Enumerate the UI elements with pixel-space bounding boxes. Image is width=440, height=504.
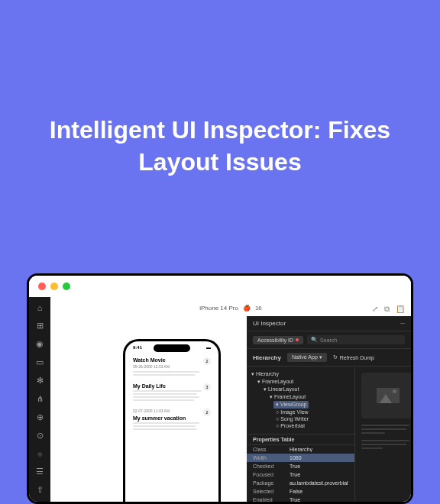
text-placeholder: [133, 393, 197, 395]
phone-frame: 9:41 ▬ 2 Watch Movie 09-26-2000 12:03 AM: [123, 339, 221, 504]
text-placeholder: [133, 396, 199, 398]
note-list: 2 Watch Movie 09-26-2000 12:03 AM 3 My D…: [125, 351, 218, 444]
close-icon[interactable]: ─: [400, 320, 405, 327]
phone-time: 9:41: [133, 345, 142, 350]
note-badge: 2: [203, 357, 211, 365]
inspector-search-row: Accessibility ID 🔍 Search: [247, 331, 411, 349]
home-icon[interactable]: ⌂: [37, 303, 43, 312]
note-title: My summer vacation: [133, 415, 211, 421]
inspector-content: ▾ Hierarchy ▾ FrameLayout ▾ LinearLayout…: [247, 367, 411, 504]
settings-icon[interactable]: ⊕: [37, 412, 44, 422]
clipboard-icon[interactable]: 📋: [396, 305, 405, 314]
text-placeholder: [361, 444, 407, 445]
properties-title: Properties Table: [247, 434, 354, 445]
property-row[interactable]: EnabledTrue: [247, 496, 354, 504]
top-toolbar: ⤢ ⧉ 📋: [372, 305, 405, 314]
text-placeholder: [133, 399, 194, 401]
tree-node[interactable]: ▾ FrameLayout: [251, 378, 350, 386]
property-row-selected[interactable]: Width1080: [247, 454, 354, 462]
text-placeholder: [133, 374, 196, 376]
text-placeholder: [361, 428, 407, 430]
accessibility-dropdown[interactable]: Accessibility ID: [253, 336, 303, 344]
device-model: iPhone 14 Pro: [199, 305, 238, 312]
expand-icon[interactable]: ⤢: [372, 305, 378, 314]
device-info: iPhone 14 Pro 🍎 16: [199, 305, 262, 312]
note-date: 09-26-2000 12:03 AM: [133, 364, 211, 369]
note-badge: 3: [203, 383, 211, 391]
property-row[interactable]: CheckedTrue: [247, 462, 354, 470]
note-title: My Daily Life: [133, 383, 211, 389]
tree-node[interactable]: ▾ FrameLayout: [251, 393, 350, 401]
inspector-header: UI Inspector ─: [247, 316, 411, 331]
camera-icon[interactable]: ◉: [36, 339, 44, 349]
hierarchy-tree: ▾ Hierarchy ▾ FrameLayout ▾ LinearLayout…: [247, 367, 355, 504]
note-item[interactable]: 3 My Daily Life: [133, 383, 211, 401]
property-row[interactable]: SelectedFalse: [247, 487, 354, 496]
note-badge: 2: [203, 409, 211, 416]
inspector-panel: UI Inspector ─ Accessibility ID 🔍 Search…: [247, 316, 411, 504]
network-icon[interactable]: ⋔: [37, 394, 44, 404]
minimize-window-button[interactable]: [50, 283, 58, 290]
sidebar: ⌂ ⊞ ◉ ▭ ✻ ⋔ ⊕ ⊙ ⟐ ☰ ⇧ ▯ ⚙: [29, 297, 50, 502]
note-item[interactable]: 02-07-2000 11:03 AM 2 My summer vacation: [133, 409, 211, 430]
text-placeholder: [133, 425, 196, 427]
text-placeholder: [361, 432, 386, 434]
native-app-dropdown[interactable]: Native App ▾: [287, 353, 327, 362]
properties-table: ClassHierarchy Width1080 CheckedTrue Foc…: [247, 445, 354, 504]
tree-node[interactable]: ▾ LinearLayout: [251, 386, 350, 393]
tree-node[interactable]: ○ Song Writer: [251, 415, 350, 422]
tree-node-selected[interactable]: ▾ ViewGroup: [273, 401, 309, 409]
property-row[interactable]: FocusedTrue: [247, 470, 354, 479]
copy-icon[interactable]: ⧉: [384, 305, 390, 314]
text-placeholder: [361, 440, 409, 441]
close-window-button[interactable]: [38, 283, 46, 290]
inspector-tabs: Hierarchy Native App ▾ ↻ Refresh Dump: [247, 349, 411, 367]
grid-icon[interactable]: ⊞: [37, 321, 44, 331]
signal-icon[interactable]: ⟐: [37, 449, 43, 458]
main-area: iPhone 14 Pro 🍎 16 ⤢ ⧉ 📋 9:41 ▬: [50, 297, 411, 502]
property-row[interactable]: ClassHierarchy: [247, 445, 354, 454]
text-placeholder: [133, 422, 199, 424]
text-placeholder: [133, 371, 199, 373]
apple-icon: 🍎: [243, 305, 251, 312]
refresh-button[interactable]: ↻ Refresh Dump: [333, 354, 374, 360]
window-titlebar: [29, 276, 411, 297]
bug-icon[interactable]: ✻: [37, 376, 44, 386]
inspector-title: UI Inspector: [253, 320, 286, 327]
maximize-window-button[interactable]: [63, 283, 70, 290]
hierarchy-tab[interactable]: Hierarchy: [253, 354, 281, 361]
preview-pane: [355, 367, 413, 504]
text-placeholder: [361, 425, 409, 426]
property-row[interactable]: Packageau.lambdatest.proverbial: [247, 479, 354, 487]
search-input[interactable]: 🔍 Search: [307, 335, 405, 344]
text-placeholder: [361, 447, 383, 449]
tree-node[interactable]: ○ Proverbial: [251, 422, 350, 429]
tree-node[interactable]: ▾ Hierarchy: [251, 370, 350, 378]
note-item[interactable]: 2 Watch Movie 09-26-2000 12:03 AM: [133, 357, 211, 376]
search-icon: 🔍: [311, 337, 318, 343]
phone-status-icons: ▬: [206, 345, 211, 350]
hero-title: Intelligent UI Inspector: Fixes Layout I…: [0, 0, 440, 178]
video-icon[interactable]: ▭: [36, 357, 44, 367]
app-window: ⌂ ⊞ ◉ ▭ ✻ ⋔ ⊕ ⊙ ⟐ ☰ ⇧ ▯ ⚙ iPhone 14 Pro …: [27, 273, 413, 504]
image-placeholder-icon: [377, 388, 400, 403]
phone-screen[interactable]: 9:41 ▬ 2 Watch Movie 09-26-2000 12:03 AM: [125, 341, 218, 504]
note-date: 02-07-2000 11:03 AM: [133, 409, 211, 413]
tree-node[interactable]: ○ Image View: [251, 409, 350, 415]
status-dot-icon: [296, 338, 299, 341]
phone-notch: [154, 344, 190, 352]
note-title: Watch Movie: [133, 357, 211, 363]
preview-thumbnail: [361, 373, 413, 418]
upload-icon[interactable]: ⇧: [37, 485, 44, 495]
text-placeholder: [133, 390, 202, 392]
files-icon[interactable]: ☰: [36, 467, 44, 477]
text-placeholder: [133, 428, 197, 430]
device-os: 16: [255, 305, 262, 312]
location-icon[interactable]: ⊙: [37, 431, 44, 441]
